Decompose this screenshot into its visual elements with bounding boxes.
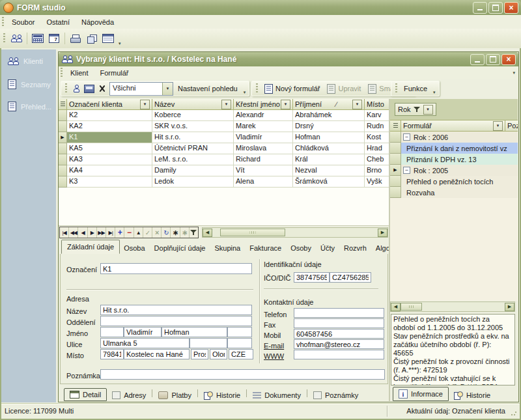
table-icon[interactable] xyxy=(101,31,115,46)
www-link-label[interactable]: WWW xyxy=(264,352,284,360)
misto-field[interactable] xyxy=(124,349,190,359)
oddeleni-field[interactable] xyxy=(100,316,252,326)
tab-informace[interactable]: Informace xyxy=(393,387,449,401)
column-header-nazev[interactable]: Název xyxy=(152,99,234,110)
column-header-formular[interactable]: Formulář xyxy=(401,120,505,132)
table-row[interactable]: K3 Ledok Alena Šrámková Vyšk xyxy=(59,176,389,188)
toolbar-overflow-icon[interactable]: ▾ xyxy=(117,41,122,46)
scroll-right-icon[interactable]: ▶ xyxy=(378,229,387,237)
nav-edit-icon[interactable] xyxy=(134,227,143,238)
nazev-field[interactable] xyxy=(100,305,252,315)
oznaceni-field[interactable] xyxy=(100,263,252,274)
table-row[interactable]: KA2 SKR v.o.s. Marek Drsný Rudn xyxy=(59,121,389,132)
new-form-button[interactable]: Nový formulář xyxy=(262,83,322,95)
filter-combo[interactable]: Všichni xyxy=(109,82,173,96)
kraj-field[interactable] xyxy=(210,349,227,359)
nav-prior-page-icon[interactable] xyxy=(69,227,78,238)
nav-insert-icon[interactable] xyxy=(115,227,124,238)
nav-delete-icon[interactable] xyxy=(124,227,134,238)
form-row-selected[interactable]: Přiznání k dani z nemovitostí vz xyxy=(390,143,518,154)
combo-dropdown-icon[interactable] xyxy=(162,83,173,95)
ulice2-field[interactable] xyxy=(190,338,227,348)
table-row[interactable]: KA4 Damily Vít Nezval Brno xyxy=(59,165,389,176)
tab-ucty[interactable]: Účty xyxy=(317,242,339,254)
www-field[interactable] xyxy=(294,350,384,359)
menu-grip[interactable] xyxy=(2,17,4,27)
cardfile-icon[interactable] xyxy=(83,81,95,96)
group-row-current[interactable]: ▶ Rok : 2005 xyxy=(390,165,518,176)
tab-zakladni-udaje[interactable]: Základní údaje xyxy=(61,240,120,254)
fax-field[interactable] xyxy=(294,318,384,328)
email-field[interactable] xyxy=(294,339,384,349)
close-button[interactable]: × xyxy=(504,2,518,14)
email-link-label[interactable]: E-mail xyxy=(264,342,284,350)
copies-icon[interactable] xyxy=(85,31,99,46)
collapse-icon[interactable] xyxy=(403,133,410,141)
sidebar-item-prehled[interactable]: Přehled... xyxy=(8,102,51,111)
scroll-left-icon[interactable]: ◀ xyxy=(203,229,212,237)
psc-field[interactable] xyxy=(100,349,124,359)
column-header-oznaceni[interactable]: Označení klienta xyxy=(67,99,152,110)
dic-field[interactable] xyxy=(330,272,371,283)
band-overflow-icon[interactable]: ▾ xyxy=(432,90,437,95)
table-row[interactable]: KA5 Účetnictví PRAN Miroslava Chládková … xyxy=(59,143,389,154)
resize-grip-icon[interactable] xyxy=(511,410,517,416)
toolbar-grip[interactable] xyxy=(3,33,5,44)
tab-adresy[interactable]: Adresy xyxy=(107,389,151,401)
table-row[interactable]: KA3 LeM. s.r.o. Richard Král Cheb xyxy=(59,154,389,165)
group-by-rok-chip[interactable]: Rok xyxy=(395,103,436,116)
tab-doplnujici-udaje[interactable]: Doplňující údaje xyxy=(150,242,210,254)
tab-historie[interactable]: Historie xyxy=(199,389,246,401)
okres-field[interactable] xyxy=(191,349,208,359)
calculator-icon[interactable] xyxy=(31,31,45,46)
titul-pred-field[interactable] xyxy=(100,327,124,337)
ulice-field[interactable] xyxy=(100,338,190,348)
toolbar-grip[interactable] xyxy=(395,83,397,94)
sidebar-item-klienti[interactable]: Klienti xyxy=(8,57,43,65)
calendar-icon[interactable] xyxy=(47,31,61,46)
edit-button[interactable]: Upravit xyxy=(324,83,363,95)
functions-button[interactable]: Funkce xyxy=(401,83,430,94)
tab-osoby[interactable]: Osoby xyxy=(287,242,315,254)
scissors-icon[interactable] xyxy=(97,81,107,96)
column-dropdown-icon[interactable] xyxy=(493,121,503,131)
table-row-current[interactable]: ▶ K1 Hit s.r.o. Vladimír Hofman Kost xyxy=(59,132,389,143)
grid-options-icon[interactable] xyxy=(390,120,401,132)
form-row[interactable]: Rozvaha xyxy=(390,187,518,198)
column-header-misto[interactable]: Místo xyxy=(365,99,389,110)
poznamka-field[interactable] xyxy=(100,369,385,380)
tab-dokumenty[interactable]: Dokumenty xyxy=(247,389,306,401)
column-header-krestni-jmeno[interactable]: Křestní jméno xyxy=(234,99,293,110)
menu-soubor[interactable]: Soubor xyxy=(6,16,40,28)
nav-goto-bookmark-icon[interactable] xyxy=(180,227,190,238)
client-minimize-button[interactable] xyxy=(470,54,485,65)
toolbar-grip[interactable] xyxy=(256,83,258,94)
nav-cancel-icon[interactable] xyxy=(152,227,162,238)
collapse-icon[interactable] xyxy=(403,167,410,174)
titul-za-field[interactable] xyxy=(227,327,252,337)
scroll-left-icon[interactable]: ◀ xyxy=(391,303,401,311)
tab-detail[interactable]: Detail xyxy=(64,388,107,401)
tab-platby[interactable]: Platby xyxy=(153,389,197,401)
sidebar-item-seznamy[interactable]: Seznamy xyxy=(8,79,51,89)
minimize-button[interactable] xyxy=(473,2,487,14)
column-header-prijmeni[interactable]: Příjmení xyxy=(293,99,365,110)
tab-poznamky[interactable]: Poznámky xyxy=(308,389,363,401)
clients-people-icon[interactable] xyxy=(9,31,23,46)
nav-next-icon[interactable] xyxy=(88,227,97,238)
person-icon[interactable] xyxy=(71,81,81,96)
client-close-button[interactable]: × xyxy=(501,54,516,65)
table-row[interactable]: K2 Koberce Alexandr Abrahámek Karv xyxy=(59,110,389,121)
stat-field[interactable] xyxy=(229,349,253,359)
form-row[interactable]: Přiznání k DPH vz. 13 xyxy=(390,154,518,165)
nav-filter-icon[interactable] xyxy=(190,227,198,238)
maximize-button[interactable] xyxy=(488,2,503,14)
nav-next-page-icon[interactable] xyxy=(97,227,106,238)
column-dropdown-icon[interactable] xyxy=(221,100,231,109)
menu-overflow-icon[interactable]: ▾ xyxy=(511,70,516,76)
menu-formular[interactable]: Formulář xyxy=(94,67,135,79)
tab-historie-info[interactable]: Historie xyxy=(449,389,496,401)
ulice3-field[interactable] xyxy=(227,338,252,348)
view-settings-button[interactable]: Nastavení pohledu xyxy=(175,83,240,94)
nav-bookmark-icon[interactable] xyxy=(171,227,180,238)
